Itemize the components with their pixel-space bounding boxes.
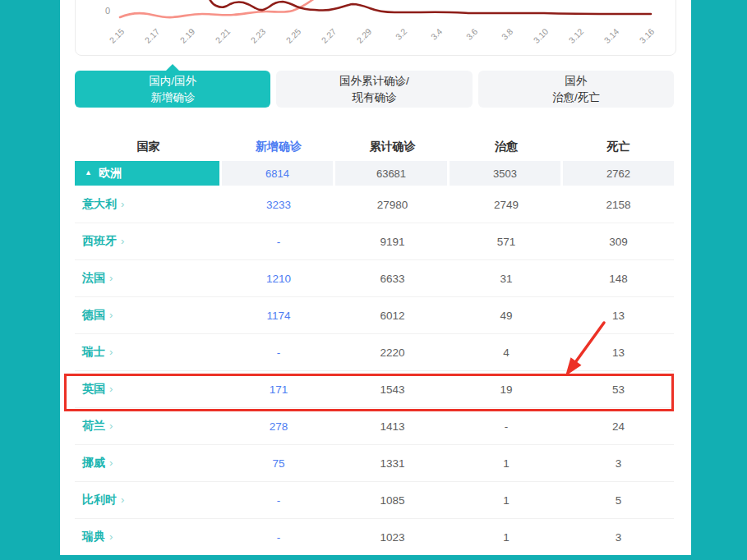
country-stats-table: 国家 新增确诊 累计确诊 治愈 死亡 ▲ 欧洲 6814 63681 3503 … [75, 135, 674, 552]
tab-label-line1: 国内/国外 [75, 73, 270, 90]
cell-dead: 3 [563, 457, 674, 470]
cell-cured: - [450, 420, 563, 433]
cell-cured: 31 [450, 273, 563, 285]
header-cured[interactable]: 治愈 [450, 140, 563, 154]
table-row-norway[interactable]: 挪威› 75 1331 1 3 [75, 445, 674, 482]
table-row-spain[interactable]: 西班牙› - 9191 571 309 [75, 223, 674, 260]
cell-dead: 53 [563, 383, 674, 396]
x-tick: 2.21 [213, 26, 232, 45]
cell-cured: 571 [450, 236, 563, 248]
cell-new: - [222, 347, 335, 359]
x-tick: 3.2 [394, 26, 409, 42]
x-tick: 3.14 [602, 26, 620, 45]
region-row-europe: ▲ 欧洲 6814 63681 3503 2762 [75, 161, 674, 186]
table-row-belgium[interactable]: 比利时› - 1085 1 5 [75, 482, 674, 519]
cell-new: - [222, 494, 335, 507]
region-new-confirmed: 6814 [222, 161, 335, 186]
cell-total: 1023 [335, 531, 450, 544]
table-row-germany[interactable]: 德国› 1174 6012 49 13 [75, 297, 674, 334]
table-row-netherlands[interactable]: 荷兰› 278 1413 - 24 [75, 408, 674, 445]
region-cured: 3503 [450, 161, 563, 186]
country-name: 意大利 [82, 197, 117, 210]
x-tick: 2.27 [319, 26, 338, 45]
country-name: 瑞典 [82, 530, 105, 543]
cell-cured: 1 [450, 494, 563, 507]
cell-cured: 1 [450, 531, 563, 544]
country-name: 瑞士 [82, 345, 105, 358]
chevron-right-icon: › [121, 493, 124, 506]
x-tick: 3.16 [637, 26, 656, 45]
x-tick: 2.29 [354, 26, 373, 45]
header-country[interactable]: 国家 [75, 140, 222, 154]
chevron-right-icon: › [109, 346, 113, 358]
chevron-right-icon: › [109, 530, 113, 543]
cell-dead: 5 [563, 494, 674, 507]
cell-cured: 19 [450, 383, 563, 396]
region-dead: 2762 [563, 161, 674, 186]
chevron-right-icon: › [109, 383, 113, 395]
tab-foreign-cumulative-existing[interactable]: 国外累计确诊/ 现有确诊 [276, 71, 472, 108]
collapse-triangle-icon: ▲ [85, 168, 92, 177]
cell-total: 6633 [335, 273, 450, 285]
region-name: 欧洲 [99, 166, 122, 181]
country-name: 法国 [82, 271, 105, 284]
tab-label-line2: 治愈/死亡 [478, 90, 674, 106]
cell-new: - [222, 236, 335, 248]
cell-cured: 4 [450, 347, 563, 359]
cell-total: 1331 [335, 457, 450, 470]
x-tick: 2.25 [284, 26, 302, 45]
cell-total: 9191 [335, 236, 450, 248]
cell-dead: 13 [563, 310, 674, 322]
header-cumulative-confirmed[interactable]: 累计确诊 [335, 140, 450, 154]
cell-total: 1085 [335, 494, 450, 507]
x-tick: 3.8 [500, 26, 515, 42]
region-cumulative: 63681 [335, 161, 450, 186]
tab-domestic-foreign-new-confirmed[interactable]: 国内/国外 新增确诊 [75, 71, 270, 108]
table-row-france[interactable]: 法国› 1210 6633 31 148 [75, 260, 674, 297]
trend-chart-card: 0 2.15 2.17 2.19 2.21 2.23 2.25 2.27 2.2… [75, 0, 676, 56]
country-name: 德国 [82, 308, 105, 321]
cell-total: 1543 [335, 383, 450, 396]
x-tick: 3.4 [429, 26, 445, 42]
trend-chart: 0 2.15 2.17 2.19 2.21 2.23 2.25 2.27 2.2… [76, 0, 677, 57]
chevron-right-icon: › [109, 272, 113, 284]
table-header-row: 国家 新增确诊 累计确诊 治愈 死亡 [75, 135, 674, 158]
x-axis-tick-labels: 2.15 2.17 2.19 2.21 2.23 2.25 2.27 2.29 … [107, 26, 656, 45]
content-panel: 0 2.15 2.17 2.19 2.21 2.23 2.25 2.27 2.2… [60, 0, 691, 555]
header-dead[interactable]: 死亡 [563, 140, 674, 154]
chevron-right-icon: › [121, 198, 124, 210]
cell-dead: 3 [563, 531, 674, 544]
table-row-sweden[interactable]: 瑞典› - 1023 1 3 [75, 519, 674, 552]
cell-dead: 2158 [563, 199, 674, 211]
cell-new: 1210 [222, 273, 335, 285]
country-name: 英国 [82, 382, 105, 395]
header-new-confirmed[interactable]: 新增确诊 [222, 140, 335, 154]
country-name: 荷兰 [82, 419, 105, 432]
region-toggle[interactable]: ▲ 欧洲 [75, 161, 222, 186]
x-tick: 2.17 [142, 26, 161, 45]
chevron-right-icon: › [109, 420, 113, 432]
table-row-italy[interactable]: 意大利› 3233 27980 2749 2158 [75, 186, 674, 223]
tab-label-line1: 国外 [478, 73, 674, 90]
cell-dead: 24 [563, 420, 674, 433]
x-tick: 2.19 [178, 26, 196, 45]
tab-label-line2: 新增确诊 [75, 90, 270, 106]
light-red-line [120, 0, 322, 17]
cell-new: 3233 [222, 199, 335, 211]
country-name: 挪威 [82, 456, 105, 469]
table-row-switzerland[interactable]: 瑞士› - 2220 4 13 [75, 334, 674, 371]
cell-new: 1174 [222, 310, 335, 322]
tab-label-line1: 国外累计确诊/ [276, 73, 472, 90]
tab-foreign-cured-dead[interactable]: 国外 治愈/死亡 [478, 71, 674, 108]
table-row-uk[interactable]: 英国› 171 1543 19 53 [75, 371, 674, 408]
chevron-right-icon: › [109, 309, 113, 321]
chevron-right-icon: › [121, 235, 124, 247]
cell-dead: 309 [563, 236, 674, 248]
x-tick: 3.12 [566, 26, 585, 45]
cell-new: 75 [222, 457, 335, 470]
tab-label-line2: 现有确诊 [276, 90, 472, 106]
cell-new: - [222, 531, 335, 544]
cell-cured: 1 [450, 457, 563, 470]
cell-total: 2220 [335, 347, 450, 359]
cell-new: 278 [222, 420, 335, 433]
